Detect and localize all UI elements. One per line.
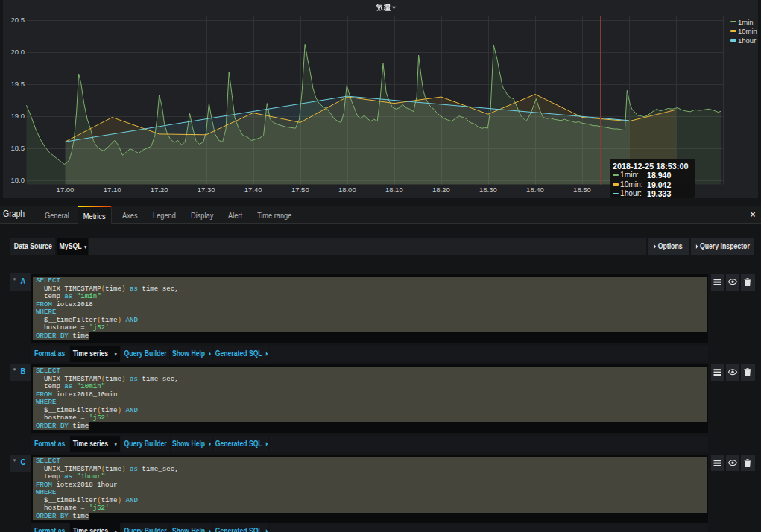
svg-text:18:10: 18:10 <box>385 186 403 194</box>
svg-text:18.5: 18.5 <box>11 144 25 152</box>
svg-text:20.5: 20.5 <box>11 16 25 24</box>
svg-text:20.0: 20.0 <box>11 48 25 56</box>
svg-text:18:30: 18:30 <box>479 186 497 194</box>
svg-text:18:50: 18:50 <box>573 186 591 194</box>
svg-text:17:50: 17:50 <box>291 186 309 194</box>
svg-text:19.0: 19.0 <box>11 112 25 120</box>
svg-text:17:00: 17:00 <box>57 186 75 194</box>
svg-text:19.5: 19.5 <box>11 80 25 88</box>
svg-text:17:30: 17:30 <box>198 186 215 194</box>
svg-text:17:10: 17:10 <box>104 186 121 194</box>
svg-text:18:20: 18:20 <box>432 186 450 194</box>
svg-text:18:00: 18:00 <box>338 186 356 194</box>
svg-text:17:40: 17:40 <box>244 186 262 194</box>
svg-text:18:40: 18:40 <box>526 186 544 194</box>
svg-text:18.0: 18.0 <box>11 176 25 184</box>
svg-text:17:20: 17:20 <box>151 186 168 194</box>
